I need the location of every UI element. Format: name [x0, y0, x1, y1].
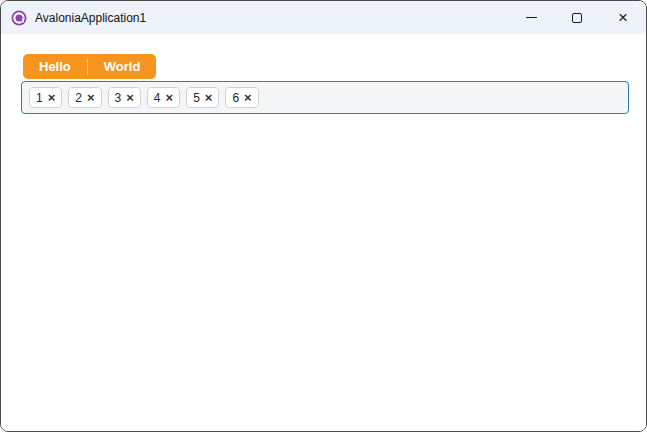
- chip-remove-button[interactable]: ×: [166, 91, 174, 104]
- close-icon: ×: [205, 90, 213, 105]
- chip-remove-button[interactable]: ×: [205, 91, 213, 104]
- titlebar[interactable]: AvaloniaApplication1 ×: [1, 1, 646, 34]
- hello-world-button-group: Hello World: [23, 54, 156, 79]
- chip-label: 3: [115, 91, 122, 105]
- chip-6: 6 ×: [225, 87, 258, 108]
- chip-remove-button[interactable]: ×: [48, 91, 56, 104]
- avalonia-logo-icon: [11, 10, 27, 26]
- chip-5: 5 ×: [186, 87, 219, 108]
- close-icon: ×: [126, 90, 134, 105]
- chip-remove-button[interactable]: ×: [87, 91, 95, 104]
- world-button[interactable]: World: [88, 54, 157, 79]
- chip-3: 3 ×: [108, 87, 141, 108]
- chip-label: 4: [154, 91, 161, 105]
- minimize-icon: [526, 17, 537, 18]
- maximize-icon: [572, 13, 582, 23]
- chip-remove-button[interactable]: ×: [244, 91, 252, 104]
- chip-2: 2 ×: [68, 87, 101, 108]
- close-icon: ×: [166, 90, 174, 105]
- close-icon: ×: [244, 90, 252, 105]
- window-controls: ×: [508, 1, 646, 34]
- chip-label: 5: [193, 91, 200, 105]
- chip-remove-button[interactable]: ×: [126, 91, 134, 104]
- close-icon: ×: [48, 90, 56, 105]
- minimize-button[interactable]: [508, 1, 554, 34]
- close-icon: ×: [618, 9, 628, 26]
- hello-button[interactable]: Hello: [23, 54, 87, 79]
- chip-label: 2: [75, 91, 82, 105]
- chip-label: 1: [36, 91, 43, 105]
- app-window: AvaloniaApplication1 × Hello World 1 ×: [0, 0, 647, 432]
- chip-label: 6: [232, 91, 239, 105]
- tag-input-box[interactable]: 1 × 2 × 3 × 4 × 5 × 6 ×: [21, 81, 629, 114]
- maximize-button[interactable]: [554, 1, 600, 34]
- window-title: AvaloniaApplication1: [35, 11, 146, 25]
- content-area: Hello World 1 × 2 × 3 × 4 × 5: [1, 34, 646, 432]
- chip-4: 4 ×: [147, 87, 180, 108]
- close-button[interactable]: ×: [600, 1, 646, 34]
- close-icon: ×: [87, 90, 95, 105]
- chip-1: 1 ×: [29, 87, 62, 108]
